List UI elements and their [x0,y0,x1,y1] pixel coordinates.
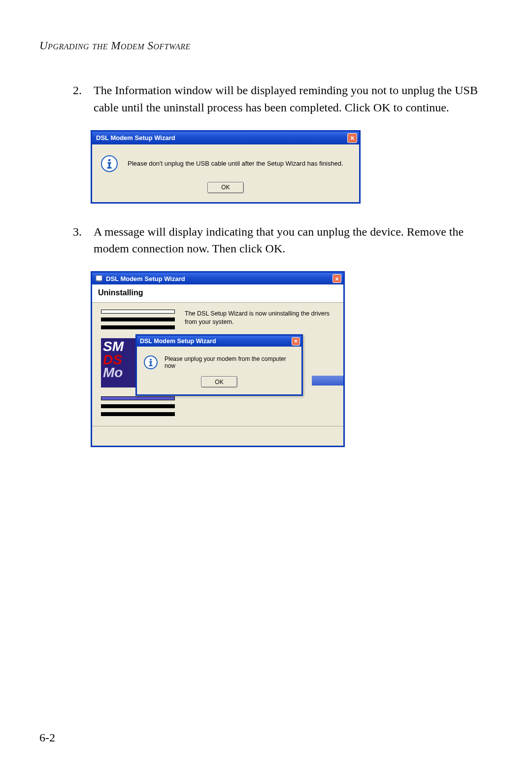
step-text: The Information window will be displayed… [94,82,493,116]
wizard-title: DSL Modem Setup Wizard [106,275,185,282]
bar [101,404,175,408]
svg-point-6 [150,359,152,361]
page-title: Upgrading the Modem Software [39,39,493,52]
inner-dialog-title: DSL Modem Setup Wizard [140,338,216,345]
svg-rect-4 [96,276,102,281]
brand-line: DS [103,353,135,367]
step-list-2: 3. A message will display indicating tha… [39,223,493,258]
wizard-footer [92,426,343,446]
step-item: 2. The Information window will be displa… [69,82,493,116]
close-icon[interactable]: × [332,274,341,283]
info-icon [144,355,158,369]
step-item: 3. A message will display indicating tha… [69,223,493,258]
brand-line: SM [103,340,135,353]
figure-dialog-1: DSL Modem Setup Wizard × Please don't un… [91,130,493,204]
bar [101,317,175,321]
inner-dialog: DSL Modem Setup Wizard × Please unplug y… [135,334,303,396]
dialog-info: DSL Modem Setup Wizard × Please don't un… [91,130,361,204]
step-text: A message will display indicating that y… [94,223,493,258]
svg-rect-9 [149,365,152,366]
bar [101,412,175,416]
inner-dialog-body: Please unplug your modem from the comput… [137,347,301,373]
wizard-window: DSL Modem Setup Wizard × Uninstalling SM… [91,271,345,447]
step-number: 2. [69,82,82,116]
step-number: 3. [69,223,82,258]
svg-rect-2 [108,162,110,168]
dialog-titlebar[interactable]: DSL Modem Setup Wizard × [92,132,359,144]
page-number: 6-2 [39,731,55,744]
svg-point-0 [108,159,111,161]
svg-rect-3 [107,167,112,169]
close-icon[interactable]: × [347,133,357,143]
bar [101,325,175,329]
wizard-body: SM DS Mo The DSL Setup Wizard is now uni… [92,303,343,426]
wizard-title-wrap: DSL Modem Setup Wizard [95,275,185,282]
dialog-title: DSL Modem Setup Wizard [96,134,175,141]
step-list: 2. The Information window will be displa… [39,82,493,116]
close-icon[interactable]: × [292,337,300,346]
info-icon [101,155,118,172]
svg-rect-8 [150,361,152,366]
svg-rect-5 [97,281,101,281]
figure-wizard: DSL Modem Setup Wizard × Uninstalling SM… [91,271,493,447]
decorative-bars [101,396,175,416]
inner-dialog-message: Please unplug your modem from the comput… [165,355,297,369]
wizard-message: The DSL Setup Wizard is now uninstalling… [185,310,334,326]
ok-button[interactable]: OK [201,376,237,387]
brand-logo: SM DS Mo [101,338,135,387]
dialog-message: Please don't unplug the USB cable until … [128,160,343,167]
wizard-heading: Uninstalling [98,288,337,297]
brand-line: Mo [103,366,135,380]
app-icon [95,275,103,282]
progress-bar [312,376,343,386]
dialog-actions: OK [92,178,359,202]
dialog-body: Please don't unplug the USB cable until … [92,144,359,178]
inner-dialog-titlebar[interactable]: DSL Modem Setup Wizard × [137,336,301,347]
inner-dialog-actions: OK [137,373,301,394]
wizard-titlebar[interactable]: DSL Modem Setup Wizard × [92,273,343,284]
ok-button[interactable]: OK [207,182,244,193]
wizard-header: Uninstalling [92,284,343,303]
bar [101,396,175,400]
decorative-bars [101,310,175,329]
bar [101,310,175,314]
